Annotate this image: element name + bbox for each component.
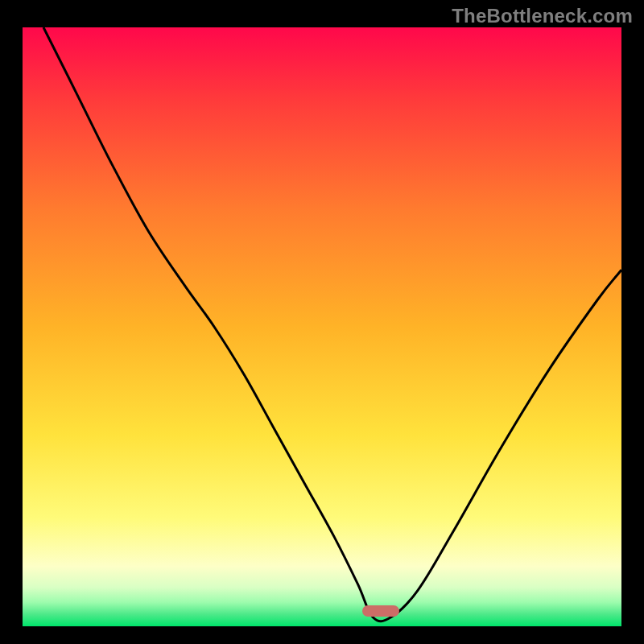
gradient-background — [23, 27, 621, 626]
plot-svg — [23, 27, 621, 626]
watermark-text: TheBottleneck.com — [452, 5, 633, 27]
plot-area — [23, 27, 621, 626]
chart-frame: TheBottleneck.com — [0, 0, 644, 644]
optimal-marker — [362, 605, 399, 617]
